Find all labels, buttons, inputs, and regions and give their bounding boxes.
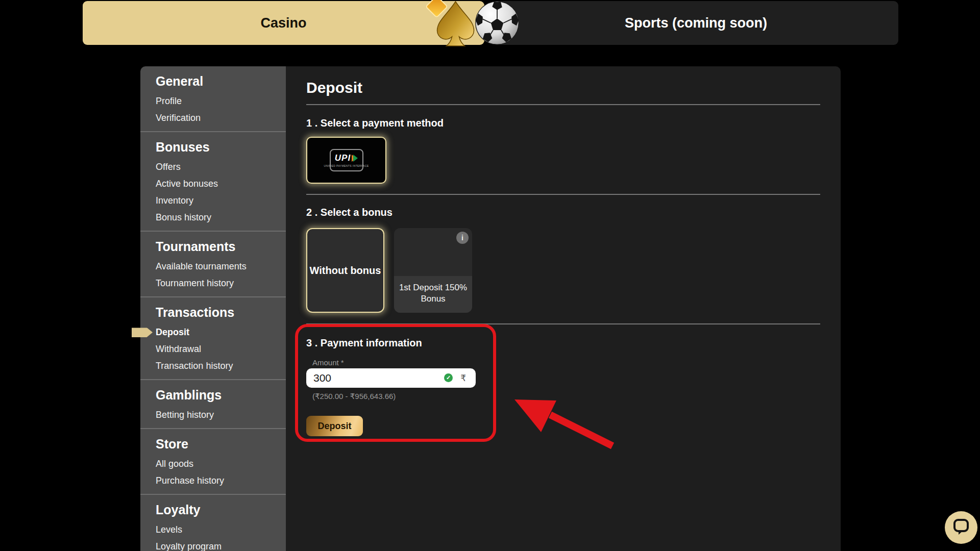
sidebar-item-bonus-history[interactable]: Bonus history (156, 209, 276, 226)
chat-bubble-icon (952, 518, 970, 537)
chat-widget-button[interactable] (945, 511, 977, 544)
amount-field-label: Amount * (312, 358, 820, 367)
sidebar-item-purchase-history[interactable]: Purchase history (156, 472, 276, 489)
sidebar-item-deposit[interactable]: Deposit (156, 324, 276, 341)
sidebar-item-withdrawal[interactable]: Withdrawal (156, 341, 276, 358)
bonus-card-label-band: 1st Deposit 150% Bonus (394, 276, 472, 313)
sidebar-item-inventory[interactable]: Inventory (156, 192, 276, 209)
gold-spade-icon (417, 0, 486, 49)
sidebar-item-tournament-history[interactable]: Tournament history (156, 275, 276, 292)
sidebar-section-tournaments: TournamentsAvailable tournamentsTourname… (140, 232, 286, 297)
sidebar-item-offers[interactable]: Offers (156, 159, 276, 176)
step2-title: 2 . Select a bonus (306, 207, 820, 218)
sidebar-item-betting-history[interactable]: Betting history (156, 407, 276, 423)
sidebar-section-gamblings: GamblingsBetting history (140, 380, 286, 429)
bonus-card-first-deposit[interactable]: i 1st Deposit 150% Bonus (394, 228, 472, 313)
upi-logo: UPI UNIFIED PAYMENTS INTERFACE (330, 149, 363, 171)
sidebar-item-profile[interactable]: Profile (156, 93, 276, 110)
step3-title: 3 . Payment information (306, 337, 820, 349)
sidebar-item-active-bonuses[interactable]: Active bonuses (156, 176, 276, 192)
tab-casino-label: Casino (260, 15, 306, 31)
step1-title: 1 . Select a payment method (306, 117, 820, 129)
upi-logo-subtext: UNIFIED PAYMENTS INTERFACE (324, 164, 369, 167)
bonus-options-row: Without bonus i 1st Deposit 150% Bonus (306, 228, 820, 313)
sidebar-item-levels[interactable]: Levels (156, 521, 276, 538)
upi-logo-text: UPI (335, 153, 351, 163)
sidebar-section-bonuses: BonusesOffersActive bonusesInventoryBonu… (140, 132, 286, 232)
amount-range-hint: (₹250.00 - ₹956,643.66) (312, 392, 820, 400)
sidebar-section-title: Store (156, 437, 276, 452)
sidebar-section-transactions: TransactionsDepositWithdrawalTransaction… (140, 297, 286, 380)
tab-sports-label: Sports (coming soon) (625, 15, 767, 31)
amount-field-wrap: ✓ ₹ (306, 368, 476, 388)
rupee-currency-icon: ₹ (460, 373, 466, 384)
sidebar-section-store: StoreAll goodsPurchase history (140, 429, 286, 495)
sidebar-section-title: Transactions (156, 305, 276, 320)
page-title: Deposit (306, 79, 820, 96)
bonus-card-label: Without bonus (310, 265, 381, 277)
sidebar-item-all-goods[interactable]: All goods (156, 456, 276, 472)
sidebar: GeneralProfileVerificationBonusesOffersA… (140, 66, 286, 551)
sidebar-section-loyalty: LoyaltyLevelsLoyalty program (140, 495, 286, 551)
sidebar-section-title: Gamblings (156, 388, 276, 403)
payment-method-upi-card[interactable]: UPI UNIFIED PAYMENTS INTERFACE (306, 137, 386, 184)
sidebar-section-title: Loyalty (156, 503, 276, 517)
deposit-content: Deposit 1 . Select a payment method UPI … (286, 66, 841, 551)
divider (306, 194, 820, 195)
deposit-button[interactable]: Deposit (306, 416, 363, 436)
sidebar-section-general: GeneralProfileVerification (140, 66, 286, 132)
tab-sports[interactable]: Sports (coming soon) (494, 1, 898, 45)
divider (306, 104, 820, 105)
divider (306, 323, 820, 324)
sidebar-item-verification[interactable]: Verification (156, 110, 276, 127)
sidebar-item-available-tournaments[interactable]: Available tournaments (156, 258, 276, 275)
upi-arrow-green-icon (353, 155, 358, 162)
sidebar-item-loyalty-program[interactable]: Loyalty program (156, 538, 276, 551)
sidebar-item-transaction-history[interactable]: Transaction history (156, 358, 276, 374)
bonus-card-label: 1st Deposit 150% Bonus (398, 282, 468, 305)
info-icon[interactable]: i (456, 232, 469, 244)
active-item-marker (132, 328, 153, 337)
sidebar-section-title: Tournaments (156, 239, 276, 254)
valid-check-icon: ✓ (444, 373, 453, 382)
sidebar-section-title: Bonuses (156, 140, 276, 155)
tab-casino[interactable]: Casino (83, 1, 484, 45)
sidebar-section-title: General (156, 74, 276, 89)
bonus-card-without-bonus[interactable]: Without bonus (306, 228, 384, 313)
account-panel: GeneralProfileVerificationBonusesOffersA… (140, 66, 840, 551)
